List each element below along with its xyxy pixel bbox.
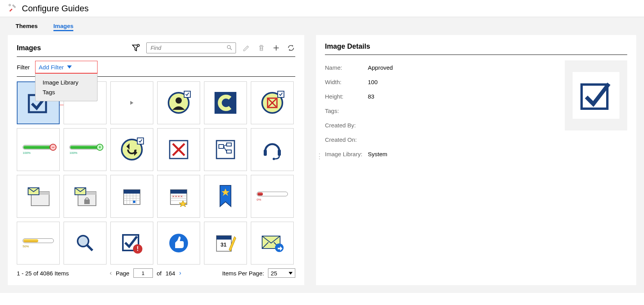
svg-rect-18 xyxy=(264,150,267,156)
image-thumb-battery-minus[interactable]: − 100% xyxy=(17,128,60,171)
ipp-value: 25 xyxy=(271,270,277,277)
image-thumb-calendar-star[interactable]: ✕✕✕✕ xyxy=(157,175,200,218)
filter-option-tags[interactable]: Tags xyxy=(43,87,90,97)
filter-label: Filter xyxy=(17,64,30,71)
ipp-label: Items Per Page: xyxy=(222,270,264,277)
tab-themes[interactable]: Themes xyxy=(16,23,38,31)
pager-page-input[interactable] xyxy=(133,268,153,278)
image-thumb-battery-yellow[interactable]: 50% xyxy=(17,222,60,264)
label-library: Image Library: xyxy=(325,151,368,157)
image-thumb-mail-window[interactable] xyxy=(17,175,60,218)
value-library: System xyxy=(368,151,387,157)
label-height: Height: xyxy=(325,93,368,100)
search-box[interactable] xyxy=(146,42,236,53)
edit-icon xyxy=(242,44,251,52)
add-filter-label: Add Filter xyxy=(39,64,64,71)
svg-rect-29 xyxy=(124,190,140,194)
details-fields: Name:Approved Width:100 Height:83 Tags: … xyxy=(325,60,557,161)
svg-point-44 xyxy=(78,236,89,247)
search-input[interactable] xyxy=(150,44,226,51)
image-thumb-battery-red[interactable]: 0% xyxy=(251,175,294,218)
details-title: Image Details xyxy=(325,42,627,55)
svg-rect-17 xyxy=(227,150,231,153)
triangle-down-icon xyxy=(289,272,293,275)
value-name: Approved xyxy=(368,64,393,71)
pager-range: 1 - 25 of 4086 Items xyxy=(17,270,69,277)
image-thumb-mail-lock[interactable] xyxy=(64,175,106,218)
pct-label: 50% xyxy=(23,245,54,248)
label-created-on: Created On: xyxy=(325,136,368,143)
preview-image xyxy=(573,72,619,119)
app-header: Configure Guides xyxy=(0,0,644,17)
pager-of-label: of xyxy=(157,270,162,277)
svg-text:31: 31 xyxy=(220,242,227,248)
pager-total-pages: 164 xyxy=(165,270,175,277)
image-thumb-mail-forward[interactable] xyxy=(251,222,294,264)
content-area: Themes Images Images xyxy=(0,17,644,293)
filter-dropdown: Image Library Tags xyxy=(35,74,98,101)
refresh-icon[interactable] xyxy=(287,44,295,52)
add-filter-container: Add Filter Image Library Tags xyxy=(35,61,98,73)
ipp-select[interactable]: 25 xyxy=(268,268,295,278)
value-height: 83 xyxy=(368,93,374,100)
image-thumb-c-logo[interactable] xyxy=(204,81,247,124)
resize-grip-icon[interactable]: ⋮ xyxy=(316,152,322,160)
search-icon[interactable] xyxy=(226,44,232,52)
svg-text:!: ! xyxy=(137,245,138,252)
label-tags: Tags: xyxy=(325,108,368,114)
pager: 1 - 25 of 4086 Items ‹ Page of 164 › Ite… xyxy=(17,264,295,278)
tab-images[interactable]: Images xyxy=(53,23,74,31)
pager-prev[interactable]: ‹ xyxy=(110,270,112,277)
image-thumb-play[interactable] xyxy=(110,81,153,124)
app-title: Configure Guides xyxy=(22,4,89,14)
svg-rect-16 xyxy=(227,143,231,146)
image-grid: − 100% + 100% xyxy=(17,77,295,264)
image-thumb-calendar[interactable] xyxy=(110,175,153,218)
svg-point-8 xyxy=(176,97,182,104)
image-thumb-reject[interactable] xyxy=(251,81,294,124)
label-name: Name: xyxy=(325,64,368,71)
svg-line-45 xyxy=(87,245,92,250)
image-thumb-battery-plus[interactable]: + 100% xyxy=(64,128,106,171)
check-badge-icon xyxy=(137,138,144,145)
triangle-down-icon xyxy=(67,65,72,69)
pct-label: 0% xyxy=(257,198,288,201)
tabs: Themes Images xyxy=(8,17,636,35)
image-thumb-headset[interactable] xyxy=(251,128,294,171)
filter-funnel-icon[interactable] xyxy=(131,44,140,52)
pct-label: 100% xyxy=(69,151,101,155)
tools-icon xyxy=(8,3,17,14)
label-width: Width: xyxy=(325,79,368,85)
svg-rect-19 xyxy=(278,150,281,156)
svg-point-2 xyxy=(227,45,231,48)
svg-rect-15 xyxy=(219,145,224,148)
images-panel-title: Images xyxy=(17,44,41,52)
preview-box xyxy=(565,60,627,130)
image-thumb-bookmark[interactable] xyxy=(204,175,247,218)
add-icon[interactable] xyxy=(272,44,280,52)
image-thumb-calendar-edit[interactable]: 31 xyxy=(204,222,247,264)
svg-rect-37 xyxy=(133,201,135,203)
svg-text:✕✕✕✕: ✕✕✕✕ xyxy=(172,195,183,198)
svg-point-0 xyxy=(9,4,11,6)
pct-label: 100% xyxy=(23,151,54,155)
pager-next[interactable]: › xyxy=(179,270,181,277)
filter-option-image-library[interactable]: Image Library xyxy=(43,78,90,87)
pager-page-label: Page xyxy=(116,270,130,277)
image-thumb-thumbs-up[interactable] xyxy=(157,222,200,264)
image-thumb-sync[interactable] xyxy=(110,128,153,171)
images-panel: Images xyxy=(8,35,304,285)
svg-rect-27 xyxy=(84,199,90,204)
filter-row: Filter Add Filter Image Library Tags xyxy=(17,57,295,77)
add-filter-button[interactable]: Add Filter xyxy=(39,64,71,71)
image-thumb-flowchart[interactable] xyxy=(204,128,247,171)
image-thumb-red-x[interactable] xyxy=(157,128,200,171)
check-badge-icon xyxy=(184,91,191,98)
image-thumb-magnifier[interactable] xyxy=(64,222,106,264)
image-thumb-avatar[interactable] xyxy=(157,81,200,124)
image-thumb-check-alert[interactable]: ! xyxy=(110,222,153,264)
svg-rect-51 xyxy=(216,236,231,240)
value-width: 100 xyxy=(368,79,378,85)
svg-rect-39 xyxy=(170,190,187,194)
check-badge-icon xyxy=(277,91,284,98)
